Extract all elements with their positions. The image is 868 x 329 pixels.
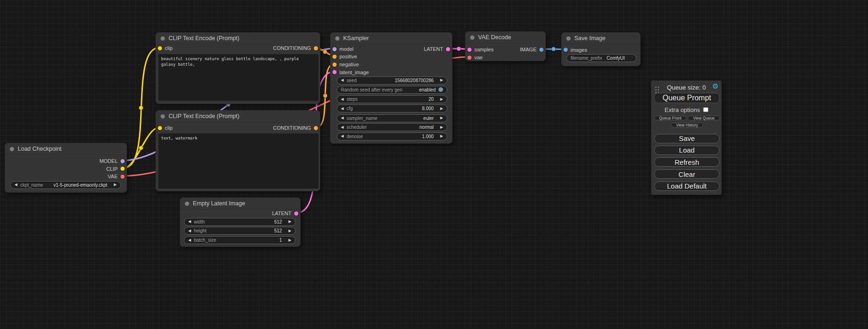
collapse-dot-icon[interactable] xyxy=(10,147,14,151)
output-slot-clip[interactable]: CLIP xyxy=(106,166,125,172)
arrow-left-icon[interactable]: ◀ xyxy=(188,220,191,224)
slot-dot-image[interactable] xyxy=(539,48,543,52)
widget-random-seed-toggle[interactable]: Random seed after every gen enabled xyxy=(337,86,447,94)
arrow-left-icon[interactable]: ◀ xyxy=(341,116,344,120)
arrow-left-icon[interactable]: ◀ xyxy=(14,183,17,187)
widget-width[interactable]: ◀ width 512 ▶ xyxy=(184,218,296,226)
output-slot-conditioning[interactable]: CONDITIONING xyxy=(273,125,318,131)
widget-filename-prefix[interactable]: filename_prefix ComfyUI xyxy=(566,54,636,62)
load-button[interactable]: Load xyxy=(654,146,720,155)
input-slot-images[interactable]: images xyxy=(564,47,587,53)
queue-panel[interactable]: Queue size: 0 ⚙ Queue Prompt Extra optio… xyxy=(651,80,722,195)
widget-cfg[interactable]: ◀ cfg 8.000 ▶ xyxy=(337,105,447,112)
slot-dot-latent[interactable] xyxy=(467,48,472,52)
arrow-right-icon[interactable]: ▶ xyxy=(440,116,443,120)
queue-front-button[interactable]: Queue Front xyxy=(654,116,686,121)
collapse-dot-icon[interactable] xyxy=(335,36,339,41)
slot-dot-latent[interactable] xyxy=(332,70,337,74)
slot-dot-vae[interactable] xyxy=(467,56,472,60)
slot-dot-vae[interactable] xyxy=(120,175,125,179)
refresh-button[interactable]: Refresh xyxy=(654,157,720,167)
input-slot-vae[interactable]: vae xyxy=(467,54,483,61)
slot-dot-conditioning[interactable] xyxy=(332,63,337,67)
node-title-bar[interactable]: Load Checkpoint xyxy=(5,143,127,155)
arrow-left-icon[interactable]: ◀ xyxy=(188,229,191,233)
widget-ckpt-name[interactable]: ◀ ckpt_name v1-5-pruned-emaonly.ckpt ▶ xyxy=(10,181,121,189)
slot-dot-conditioning[interactable] xyxy=(314,46,318,50)
arrow-right-icon[interactable]: ▶ xyxy=(440,78,443,82)
collapse-dot-icon[interactable] xyxy=(161,114,165,119)
node-title-bar[interactable]: KSampler xyxy=(331,33,452,44)
arrow-left-icon[interactable]: ◀ xyxy=(188,238,191,242)
arrow-left-icon[interactable]: ◀ xyxy=(341,98,344,101)
arrow-left-icon[interactable]: ◀ xyxy=(341,107,344,111)
load-default-button[interactable]: Load Default xyxy=(654,182,720,191)
arrow-left-icon[interactable]: ◀ xyxy=(341,78,344,82)
input-slot-clip[interactable]: clip xyxy=(158,125,173,131)
node-title-bar[interactable]: Save Image xyxy=(562,33,640,44)
slot-dot-conditioning[interactable] xyxy=(314,126,318,130)
collapse-dot-icon[interactable] xyxy=(161,36,165,41)
node-save-image[interactable]: Save Image images filename_prefix ComfyU… xyxy=(561,32,641,66)
slot-dot-clip[interactable] xyxy=(158,126,162,130)
prompt-textarea[interactable]: text, watermark xyxy=(158,133,318,189)
widget-scheduler[interactable]: ◀ scheduler normal ▶ xyxy=(337,123,447,131)
node-clip-text-encode-negative[interactable]: CLIP Text Encode (Prompt) clip CONDITION… xyxy=(155,110,320,191)
input-slot-positive[interactable]: positive xyxy=(332,53,357,60)
arrow-right-icon[interactable]: ▶ xyxy=(440,134,443,138)
output-slot-latent[interactable]: LATENT xyxy=(272,210,298,217)
widget-steps[interactable]: ◀ steps 20 ▶ xyxy=(337,95,447,103)
collapse-dot-icon[interactable] xyxy=(185,202,189,206)
arrow-right-icon[interactable]: ▶ xyxy=(289,238,291,242)
slot-dot-clip[interactable] xyxy=(120,167,125,171)
output-slot-conditioning[interactable]: CONDITIONING xyxy=(273,45,318,51)
slot-dot-model[interactable] xyxy=(120,159,125,163)
collapse-dot-icon[interactable] xyxy=(470,35,474,40)
collapse-dot-icon[interactable] xyxy=(566,36,571,41)
widget-batch-size[interactable]: ◀ batch_size 1 ▶ xyxy=(184,236,296,244)
node-graph-canvas[interactable]: Load Checkpoint MODEL CLIP VAE ◀ ckpt_na… xyxy=(0,0,868,329)
widget-denoise[interactable]: ◀ denoise 1.000 ▶ xyxy=(337,133,447,140)
extra-options-checkbox[interactable] xyxy=(703,107,708,112)
arrow-right-icon[interactable]: ▶ xyxy=(289,229,291,233)
widget-sampler-name[interactable]: ◀ sampler_name euler ▶ xyxy=(337,114,447,122)
view-history-button[interactable]: View History xyxy=(671,123,703,128)
prompt-textarea[interactable]: beautiful scenery nature glass bottle la… xyxy=(158,54,318,101)
node-title-bar[interactable]: CLIP Text Encode (Prompt) xyxy=(156,111,320,122)
save-button[interactable]: Save xyxy=(654,134,720,143)
slot-dot-model[interactable] xyxy=(332,47,337,51)
clear-button[interactable]: Clear xyxy=(654,169,720,179)
arrow-right-icon[interactable]: ▶ xyxy=(114,183,117,187)
slot-dot-image[interactable] xyxy=(564,48,568,52)
output-slot-model[interactable]: MODEL xyxy=(99,158,125,164)
queue-prompt-button[interactable]: Queue Prompt xyxy=(654,93,720,103)
node-title-bar[interactable]: CLIP Text Encode (Prompt) xyxy=(156,33,320,44)
toggle-knob[interactable] xyxy=(438,87,443,92)
input-slot-negative[interactable]: negative xyxy=(332,61,359,68)
slot-dot-latent[interactable] xyxy=(294,211,298,216)
widget-height[interactable]: ◀ height 512 ▶ xyxy=(184,227,296,235)
output-slot-image[interactable]: IMAGE xyxy=(520,46,543,53)
output-slot-latent[interactable]: LATENT xyxy=(424,46,450,52)
node-title-bar[interactable]: VAE Decode xyxy=(466,32,545,43)
settings-gear-icon[interactable]: ⚙ xyxy=(713,83,719,90)
input-slot-clip[interactable]: clip xyxy=(158,45,173,51)
view-queue-button[interactable]: View Queue xyxy=(688,116,720,121)
input-slot-samples[interactable]: samples xyxy=(467,46,494,53)
node-load-checkpoint[interactable]: Load Checkpoint MODEL CLIP VAE ◀ ckpt_na… xyxy=(5,143,127,193)
input-slot-latent-image[interactable]: latent_image xyxy=(332,69,369,76)
node-clip-text-encode-positive[interactable]: CLIP Text Encode (Prompt) clip CONDITION… xyxy=(155,32,320,104)
node-vae-decode[interactable]: VAE Decode samples vae IMAGE xyxy=(465,31,546,61)
slot-dot-clip[interactable] xyxy=(158,46,162,50)
arrow-left-icon[interactable]: ◀ xyxy=(341,126,344,129)
arrow-right-icon[interactable]: ▶ xyxy=(440,107,443,111)
input-slot-model[interactable]: model xyxy=(332,46,353,52)
widget-seed[interactable]: ◀ seed 156680208700286 ▶ xyxy=(337,77,447,84)
arrow-right-icon[interactable]: ▶ xyxy=(440,98,443,101)
output-slot-vae[interactable]: VAE xyxy=(108,173,125,180)
node-ksampler[interactable]: KSampler model positive negative latent_… xyxy=(330,32,452,144)
slot-dot-latent[interactable] xyxy=(446,47,450,51)
arrow-right-icon[interactable]: ▶ xyxy=(440,126,443,129)
node-title-bar[interactable]: Empty Latent Image xyxy=(180,198,300,210)
arrow-left-icon[interactable]: ◀ xyxy=(341,134,344,138)
